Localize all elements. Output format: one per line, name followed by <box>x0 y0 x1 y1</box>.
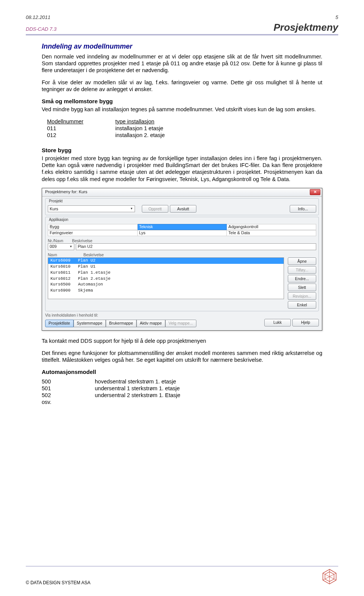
list-item[interactable]: Kurs6900 Skjema <box>48 288 284 294</box>
table-cell: undersentral 1 sterkstrøm 1. etasje <box>95 385 180 392</box>
paragraph: Det finnes egne funksjoner for plottsamm… <box>42 350 322 363</box>
chevron-down-icon: ▼ <box>130 207 133 211</box>
page-title: Prosjektmeny <box>273 22 338 33</box>
list-item[interactable]: Kurs6009 Plan U2 <box>48 258 284 264</box>
table-cell: 501 <box>42 385 95 392</box>
list-item[interactable]: Kurs6500 Automasjon <box>48 282 284 288</box>
label-vis: Vis innholdslisten i henhold til: <box>45 313 319 318</box>
section-heading-store: Store bygg <box>42 147 322 154</box>
table-cell: 502 <box>42 392 95 399</box>
revisjon-button[interactable]: Revisjon... <box>288 292 316 300</box>
close-icon[interactable]: ✕ <box>310 189 320 195</box>
header-product: DDS-CAD 7.3 <box>26 26 56 32</box>
toggle-velgmappe[interactable]: Velg mappe... <box>165 320 196 327</box>
app-cell-bygg[interactable]: Bygg <box>48 224 138 230</box>
paragraph: For å vise deler av modellen slår vi av … <box>42 79 322 93</box>
group-label-prosjekt: Prosjekt <box>48 199 64 204</box>
info-button[interactable]: Info... <box>290 205 316 213</box>
table-cell: hovedsentral sterkstrøm 1. etasje <box>95 378 176 385</box>
group-label-applikasjon: Applikasjon <box>48 218 69 222</box>
model-list[interactable]: Kurs6009 Plan U2 Kurs6010 Plan U1 Kurs60… <box>48 257 284 299</box>
nr-value: 009 <box>50 244 56 249</box>
paragraph: Den normale ved inndeling av modellnumme… <box>42 53 322 74</box>
slett-button[interactable]: Slett <box>288 284 316 291</box>
hjelp-button[interactable]: Hjelp <box>292 319 319 326</box>
avslutt-button[interactable]: Avslutt <box>170 205 196 213</box>
table-header: type installasjon <box>115 118 154 125</box>
opprett-button[interactable]: Opprett <box>142 205 168 213</box>
table-cell: 012 <box>47 132 115 139</box>
section-heading-smaa: Små og mellomstore bygg <box>42 98 322 105</box>
toggle-systemmappe[interactable]: Systemmappe <box>74 320 106 327</box>
enkel-button[interactable]: Enkel <box>288 301 316 309</box>
toggle-brukermappe[interactable]: Brukermappe <box>106 320 136 327</box>
automasjon-table: 500hovedsentral sterkstrøm 1. etasje 501… <box>42 378 322 406</box>
dialog-prosjektmeny: Prosjektmeny for: Kurs ✕ Prosjekt Kurs ▼… <box>42 188 322 331</box>
prosjekt-dropdown[interactable]: Kurs ▼ <box>48 205 135 212</box>
list-item[interactable]: Kurs6010 Plan U1 <box>48 264 284 270</box>
app-cell-teknisk[interactable]: Teknisk <box>138 224 227 230</box>
endre-button[interactable]: Endre... <box>288 275 316 282</box>
model-table: Modellnummer type installasjon 011 insta… <box>47 118 322 139</box>
dialog-title: Prosjektmeny for: Kurs <box>45 189 87 195</box>
table-cell: osv. <box>42 399 95 405</box>
label-beskrivelse: Beskrivelse <box>72 238 93 243</box>
section-heading-automasjon: Automasjonsmodell <box>42 369 322 376</box>
section-heading-inndeling: Inndeling av modellnummer <box>42 42 322 51</box>
prosjekt-value: Kurs <box>50 207 58 212</box>
chevron-down-icon: ▼ <box>69 245 72 249</box>
tilfoy-button[interactable]: Tilføy... <box>288 266 316 274</box>
dds-logo-icon <box>321 568 338 585</box>
app-cell-lys[interactable]: Lys <box>138 230 227 236</box>
paragraph: I prosjekter med store bygg kan tegning … <box>42 155 322 183</box>
table-cell: installasjon 2. etasje <box>115 132 165 139</box>
beskrivelse-field[interactable]: Plan U2 <box>76 243 316 250</box>
table-cell: installasjon 1 etasje <box>115 125 163 132</box>
table-cell: 500 <box>42 378 95 385</box>
lukk-button[interactable]: Lukk <box>264 319 291 326</box>
apne-button[interactable]: Åpne <box>288 257 316 265</box>
label-beskrivelse2: Beskrivelse <box>83 252 104 257</box>
header-date: 08.12.2011 <box>26 14 50 20</box>
label-nr: Nr./Navn <box>48 238 71 243</box>
label-navn: Navn <box>48 252 82 257</box>
app-cell-foringsveier[interactable]: Føringsveier <box>48 230 138 236</box>
nr-dropdown[interactable]: 009 ▼ <box>48 243 74 250</box>
table-cell: undersentral 2 sterkstrøm 1. Etasje <box>95 392 180 399</box>
table-cell: 011 <box>47 125 115 132</box>
app-cell-adgang[interactable]: Adgangskontroll <box>227 224 316 230</box>
list-item[interactable]: Kurs6011 Plan 1.etasje <box>48 270 284 276</box>
app-cell-tele[interactable]: Tele & Data <box>227 230 316 236</box>
table-header: Modellnummer <box>47 118 115 125</box>
toggle-aktivmappe[interactable]: Aktiv mappe <box>136 320 165 327</box>
footer-copyright: © DATA DESIGN SYSTEM ASA <box>26 580 90 585</box>
header-page-number: 5 <box>336 14 338 20</box>
toggle-prosjektliste[interactable]: Prosjektliste <box>45 320 74 327</box>
paragraph: Ta kontakt med DDS support for hjelp til… <box>42 337 322 344</box>
paragraph: Ved mindre bygg kan all installasjon teg… <box>42 106 322 113</box>
list-item[interactable]: Kurs6012 Plan 2.etasje <box>48 276 284 282</box>
